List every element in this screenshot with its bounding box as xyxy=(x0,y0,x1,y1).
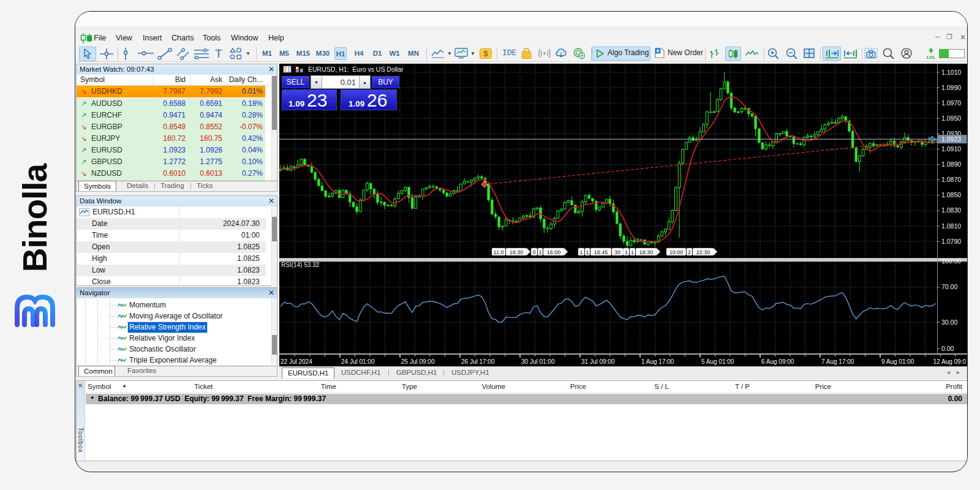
svg-text:16:45: 16:45 xyxy=(594,249,608,255)
svg-text:1.0810: 1.0810 xyxy=(941,222,961,230)
svg-text:EURUSD, H1: Euro vs US Dollar: EURUSD, H1: Euro vs US Dollar xyxy=(308,66,404,73)
svg-text:30: 30 xyxy=(614,249,620,255)
svg-text:18:30: 18:30 xyxy=(510,249,524,255)
svg-text:1.0923: 1.0923 xyxy=(941,135,961,143)
svg-text:25 Jul 09:00: 25 Jul 09:00 xyxy=(401,358,435,365)
svg-text:1.1010: 1.1010 xyxy=(941,69,961,76)
svg-text:1: 1 xyxy=(625,249,628,255)
svg-text:18:30: 18:30 xyxy=(639,249,654,255)
svg-text:2: 2 xyxy=(688,249,691,255)
svg-text:24 Jul 01:00: 24 Jul 01:00 xyxy=(341,358,375,365)
svg-text:12 Aug 09:0: 12 Aug 09:0 xyxy=(933,358,967,365)
svg-text:1.0950: 1.0950 xyxy=(941,115,961,122)
svg-text:1 Aug 17:00: 1 Aug 17:00 xyxy=(641,358,674,365)
svg-text:1: 1 xyxy=(586,249,589,255)
svg-text:7 Aug 17:00: 7 Aug 17:00 xyxy=(821,358,854,365)
svg-text:26 Jul 17:00: 26 Jul 17:00 xyxy=(461,358,495,365)
svg-text:16:00: 16:00 xyxy=(547,249,561,255)
svg-text:1.0990: 1.0990 xyxy=(941,84,961,91)
svg-text:22:30: 22:30 xyxy=(696,249,710,255)
svg-text:1.0830: 1.0830 xyxy=(941,206,961,214)
svg-text:0: 0 xyxy=(532,249,535,255)
svg-text:1.0890: 1.0890 xyxy=(941,160,961,168)
svg-text:5 Aug 01:00: 5 Aug 01:00 xyxy=(701,358,734,365)
svg-text:100.00: 100.00 xyxy=(941,257,961,265)
svg-text:1.0970: 1.0970 xyxy=(941,99,961,107)
svg-text:0.00: 0.00 xyxy=(941,345,954,352)
svg-text:1: 1 xyxy=(579,249,582,255)
svg-text:1: 1 xyxy=(538,249,541,255)
svg-text:10:00: 10:00 xyxy=(669,249,684,255)
svg-text:31 Jul 09:00: 31 Jul 09:00 xyxy=(581,358,615,365)
svg-text:$: $ xyxy=(483,49,488,58)
svg-text:11:0: 11:0 xyxy=(494,249,504,255)
svg-text:22 Jul 2024: 22 Jul 2024 xyxy=(281,358,312,365)
svg-text:1.0870: 1.0870 xyxy=(941,176,961,183)
svg-text:9 Aug 01:00: 9 Aug 01:00 xyxy=(881,358,914,365)
svg-text:LVL: LVL xyxy=(927,55,935,59)
svg-text:6 Aug 09:00: 6 Aug 09:00 xyxy=(761,358,794,365)
svg-text:30 Jul 01:00: 30 Jul 01:00 xyxy=(521,358,555,365)
svg-text:30.00: 30.00 xyxy=(941,318,957,326)
svg-text:70.00: 70.00 xyxy=(941,283,957,290)
svg-text:RSI(14) 53.32: RSI(14) 53.32 xyxy=(281,262,320,268)
svg-text:1.0790: 1.0790 xyxy=(941,238,961,245)
svg-text:1.0850: 1.0850 xyxy=(941,191,961,198)
svg-text:1.0910: 1.0910 xyxy=(941,145,961,153)
svg-text:1: 1 xyxy=(631,249,634,255)
